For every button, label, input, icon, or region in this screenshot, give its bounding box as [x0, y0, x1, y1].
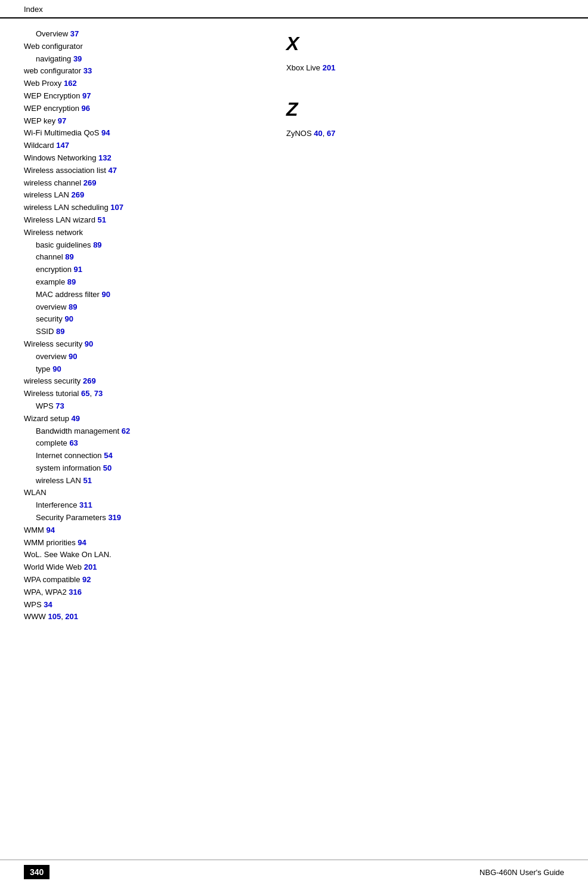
list-item: WLAN	[24, 487, 250, 499]
list-item: WEP key 97	[24, 115, 250, 128]
list-item: WoL. See Wake On LAN.	[24, 549, 250, 561]
list-item: system information 50	[24, 462, 250, 475]
list-item: Wireless tutorial 65, 73	[24, 388, 250, 400]
list-item: type 90	[24, 363, 250, 376]
list-item: Interference 311	[24, 499, 250, 512]
list-item: example 89	[24, 276, 250, 289]
list-item: ZyNOS 40, 67	[286, 128, 564, 140]
list-item: WMM priorities 94	[24, 537, 250, 549]
list-item: Wireless network	[24, 227, 250, 239]
list-item: overview 90	[24, 351, 250, 363]
list-item: basic guidelines 89	[24, 239, 250, 252]
list-item: WEP Encryption 97	[24, 90, 250, 103]
z-section-header: Z	[286, 98, 564, 120]
list-item: Wi-Fi Multimedia QoS 94	[24, 127, 250, 140]
list-item: encryption 91	[24, 264, 250, 276]
x-section-header: X	[286, 33, 564, 55]
list-item: Web configurator	[24, 41, 250, 53]
page-footer: 340 NBG-460N User's Guide	[0, 860, 588, 884]
list-item: complete 63	[24, 437, 250, 450]
list-item: Security Parameters 319	[24, 512, 250, 524]
footer-title: NBG-460N User's Guide	[479, 868, 564, 877]
list-item: WPA compatible 92	[24, 574, 250, 586]
list-item: wireless LAN 51	[24, 475, 250, 487]
x-section: XXbox Live 201	[286, 33, 564, 75]
page-number: 340	[24, 865, 49, 879]
list-item: MAC address filter 90	[24, 289, 250, 301]
list-item: WEP encryption 96	[24, 103, 250, 115]
list-item: security 90	[24, 313, 250, 326]
list-item: Bandwidth management 62	[24, 425, 250, 438]
page-container: Index Overview 37Web configuratornavigat…	[0, 0, 588, 884]
list-item: WPA, WPA2 316	[24, 586, 250, 599]
list-item: WPS 34	[24, 599, 250, 611]
list-item: Overview 37	[24, 28, 250, 41]
z-section: ZZyNOS 40, 67	[286, 98, 564, 140]
page-header: Index	[0, 0, 588, 18]
list-item: Wireless LAN wizard 51	[24, 214, 250, 227]
list-item: wireless LAN scheduling 107	[24, 202, 250, 214]
page-content: Overview 37Web configuratornavigating 39…	[0, 18, 588, 860]
list-item: channel 89	[24, 251, 250, 264]
list-item: overview 89	[24, 301, 250, 314]
list-item: Wireless security 90	[24, 338, 250, 351]
list-item: Web Proxy 162	[24, 78, 250, 90]
list-item: Windows Networking 132	[24, 152, 250, 165]
header-title: Index	[24, 5, 43, 14]
list-item: WMM 94	[24, 524, 250, 537]
list-item: Wildcard 147	[24, 140, 250, 152]
list-item: Internet connection 54	[24, 450, 250, 462]
list-item: WPS 73	[24, 400, 250, 413]
list-item: Wireless association list 47	[24, 165, 250, 177]
list-item: web configurator 33	[24, 65, 250, 78]
list-item: SSID 89	[24, 326, 250, 338]
list-item: WWW 105, 201	[24, 611, 250, 623]
list-item: wireless channel 269	[24, 177, 250, 190]
list-item: wireless security 269	[24, 375, 250, 388]
list-item: Xbox Live 201	[286, 62, 564, 75]
list-item: World Wide Web 201	[24, 561, 250, 574]
right-column: XXbox Live 201ZZyNOS 40, 67	[274, 28, 564, 836]
list-item: Wizard setup 49	[24, 413, 250, 425]
left-column: Overview 37Web configuratornavigating 39…	[24, 28, 274, 836]
list-item: wireless LAN 269	[24, 189, 250, 202]
list-item: navigating 39	[24, 53, 250, 66]
